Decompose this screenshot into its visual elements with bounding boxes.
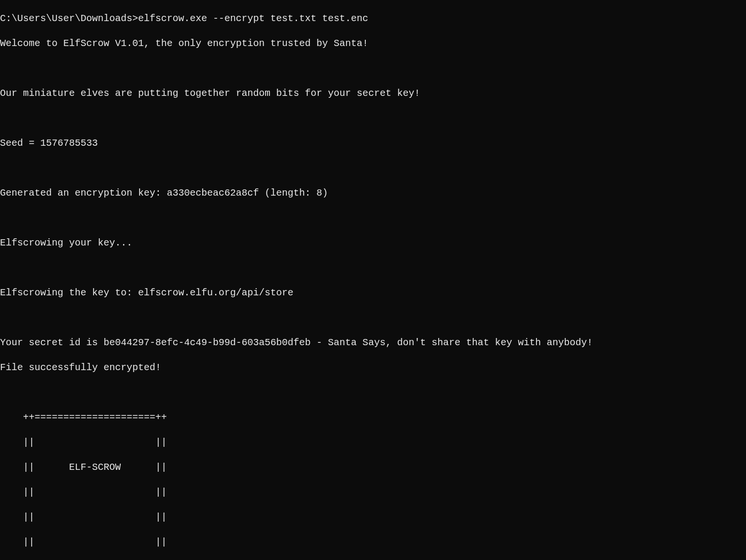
blank-line [0, 112, 746, 125]
ascii-art-line: || || [0, 511, 746, 524]
blank-line [0, 312, 746, 324]
blank-line [0, 212, 746, 224]
welcome-line: Welcome to ElfScrow V1.01, the only encr… [0, 37, 746, 50]
blank-line [0, 162, 746, 175]
ascii-art-line: || || [0, 436, 746, 449]
ascii-art-line: || ELF-SCROW || [0, 461, 746, 474]
blank-line [0, 62, 746, 75]
key-line: Generated an encryption key: a330ecbeac6… [0, 187, 746, 199]
terminal-window[interactable]: C:\Users\User\Downloads>elfscrow.exe --e… [0, 0, 746, 560]
seed-line: Seed = 1576785533 [0, 137, 746, 150]
entered-command: elfscrow.exe --encrypt test.txt test.enc [138, 12, 368, 25]
prompt-path: C:\Users\User\Downloads> [0, 12, 138, 25]
escrow-line-1: Elfscrowing your key... [0, 237, 746, 249]
blank-line [0, 386, 746, 399]
ascii-art-line: || || [0, 486, 746, 499]
secret-id-line: Your secret id is be044297-8efc-4c49-b99… [0, 337, 746, 349]
command-line: C:\Users\User\Downloads>elfscrow.exe --e… [0, 12, 746, 25]
ascii-art-line: ++=====================++ [0, 411, 746, 424]
bits-line: Our miniature elves are putting together… [0, 87, 746, 100]
ascii-art-line: || || [0, 536, 746, 548]
success-line: File successfully encrypted! [0, 362, 746, 374]
blank-line [0, 262, 746, 274]
escrow-line-2: Elfscrowing the key to: elfscrow.elfu.or… [0, 287, 746, 299]
